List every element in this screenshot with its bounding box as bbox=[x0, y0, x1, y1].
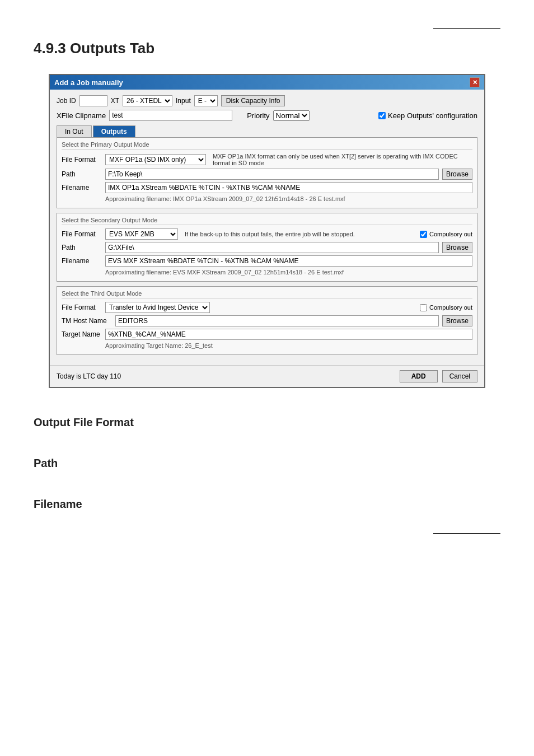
footer-page-line bbox=[34, 533, 500, 534]
secondary-path-label: Path bbox=[62, 244, 102, 251]
priority-label: Priority bbox=[247, 111, 269, 120]
header-line bbox=[433, 28, 500, 29]
secondary-format-info: If the back-up to this output fails, the… bbox=[185, 231, 416, 237]
dialog-window: Add a Job manually ✕ Job ID XT 26 - XTED… bbox=[49, 74, 485, 388]
third-target-name-label: Target Name bbox=[62, 330, 102, 338]
third-output-section: Select the Third Output Mode File Format… bbox=[57, 286, 477, 355]
primary-output-section: Select the Primary Output Mode File Form… bbox=[57, 137, 477, 208]
primary-file-format-label: File Format bbox=[62, 156, 102, 164]
secondary-file-format-label: File Format bbox=[62, 230, 102, 238]
page: 4.9.3 Outputs Tab Add a Job manually ✕ J… bbox=[0, 0, 534, 556]
path-heading: Path bbox=[34, 457, 500, 470]
top-row: Job ID XT 26 - XTEDL Input E - Disk Capa… bbox=[57, 95, 477, 106]
dialog-footer: Today is LTC day 110 ADD Cancel bbox=[50, 365, 484, 387]
add-button[interactable]: ADD bbox=[400, 370, 438, 382]
tab-in-out[interactable]: In Out bbox=[57, 125, 92, 137]
third-tm-host-label: TM Host Name bbox=[62, 317, 112, 325]
third-browse-button[interactable]: Browse bbox=[442, 315, 472, 326]
third-file-format-select[interactable]: Transfer to Avid Ingest Device bbox=[105, 302, 210, 313]
disk-capacity-button[interactable]: Disk Capacity Info bbox=[221, 95, 285, 106]
page-header bbox=[34, 22, 500, 29]
secondary-path-row: Path Browse bbox=[62, 242, 472, 253]
footer-line bbox=[433, 533, 500, 534]
third-approx-row: Approximating Target Name: 26_E_test bbox=[105, 342, 472, 349]
third-approx-text: Approximating Target Name: 26_E_test bbox=[105, 342, 213, 349]
primary-file-format-row: File Format MXF OP1a (SD IMX only) MXF O… bbox=[62, 153, 472, 166]
third-file-format-label: File Format bbox=[62, 304, 102, 311]
third-compulsory-area: Compulsory out bbox=[420, 304, 472, 311]
input-select[interactable]: E - bbox=[194, 95, 218, 106]
secondary-output-section: Select the Secondary Output Mode File Fo… bbox=[57, 213, 477, 282]
secondary-filename-label: Filename bbox=[62, 257, 102, 265]
secondary-approx-text: Approximating filename: EVS MXF XStream … bbox=[105, 269, 344, 276]
today-label: Today is LTC day 110 bbox=[57, 372, 395, 380]
secondary-filename-row: Filename bbox=[62, 255, 472, 267]
job-id-label: Job ID bbox=[57, 97, 76, 105]
filename-heading: Filename bbox=[34, 498, 500, 511]
secondary-filename-input[interactable] bbox=[105, 255, 472, 267]
keep-checkbox-area: Keep Outputs' configuration bbox=[378, 111, 477, 120]
third-tm-host-input[interactable] bbox=[115, 315, 439, 326]
secondary-compulsory-area: Compulsory out bbox=[420, 231, 472, 238]
dialog-body: Job ID XT 26 - XTEDL Input E - Disk Capa… bbox=[50, 90, 484, 365]
third-tm-host-row: TM Host Name Browse bbox=[62, 315, 472, 326]
dialog-title: Add a Job manually bbox=[54, 78, 123, 87]
primary-approx-text: Approximating filename: IMX OP1a XStream… bbox=[105, 195, 345, 202]
xfile-clipname-input[interactable] bbox=[109, 110, 232, 121]
job-id-input[interactable] bbox=[79, 95, 107, 106]
section-title: 4.9.3 Outputs Tab bbox=[34, 40, 500, 57]
tabs-row: In Out Outputs bbox=[57, 125, 477, 137]
third-target-name-row: Target Name bbox=[62, 329, 472, 340]
secondary-file-format-select[interactable]: EVS MXF 2MB bbox=[105, 228, 178, 240]
secondary-compulsory-checkbox[interactable] bbox=[420, 231, 427, 238]
primary-path-label: Path bbox=[62, 170, 102, 178]
third-compulsory-checkbox[interactable] bbox=[420, 304, 427, 311]
primary-filename-label: Filename bbox=[62, 184, 102, 192]
primary-format-info: MXF OP1a IMX format can only be used whe… bbox=[213, 153, 472, 166]
xt-label: XT bbox=[111, 97, 119, 105]
primary-filename-row: Filename bbox=[62, 182, 472, 193]
xt-select[interactable]: 26 - XTEDL bbox=[123, 95, 172, 106]
tab-outputs[interactable]: Outputs bbox=[93, 125, 135, 137]
secondary-section-title: Select the Secondary Output Mode bbox=[62, 217, 472, 225]
dialog-titlebar: Add a Job manually ✕ bbox=[50, 75, 484, 90]
cancel-button[interactable]: Cancel bbox=[442, 370, 477, 382]
primary-filename-input[interactable] bbox=[105, 182, 472, 193]
third-section-title: Select the Third Output Mode bbox=[62, 290, 472, 298]
third-target-name-input[interactable] bbox=[105, 329, 472, 340]
secondary-compulsory-label: Compulsory out bbox=[429, 231, 472, 237]
primary-browse-button[interactable]: Browse bbox=[442, 169, 472, 180]
output-file-format-heading: Output File Format bbox=[34, 416, 500, 429]
third-compulsory-label: Compulsory out bbox=[429, 304, 472, 311]
primary-path-input[interactable] bbox=[105, 169, 439, 180]
keep-outputs-checkbox[interactable] bbox=[378, 112, 386, 119]
third-file-format-row: File Format Transfer to Avid Ingest Devi… bbox=[62, 302, 472, 313]
primary-path-row: Path Browse bbox=[62, 169, 472, 180]
secondary-browse-button[interactable]: Browse bbox=[442, 242, 472, 253]
primary-file-format-select[interactable]: MXF OP1a (SD IMX only) bbox=[105, 154, 206, 165]
second-row: XFile Clipname Priority Normal Keep Outp… bbox=[57, 110, 477, 121]
dialog-close-button[interactable]: ✕ bbox=[470, 77, 480, 87]
primary-section-title: Select the Primary Output Mode bbox=[62, 141, 472, 150]
secondary-approx-row: Approximating filename: EVS MXF XStream … bbox=[105, 269, 472, 276]
secondary-file-format-row: File Format EVS MXF 2MB If the back-up t… bbox=[62, 228, 472, 240]
priority-select[interactable]: Normal bbox=[273, 110, 310, 121]
xfile-clipname-label: XFile Clipname bbox=[57, 111, 106, 120]
primary-approx-row: Approximating filename: IMX OP1a XStream… bbox=[105, 195, 472, 202]
keep-outputs-label: Keep Outputs' configuration bbox=[388, 111, 477, 120]
input-label: Input bbox=[176, 97, 191, 105]
secondary-path-input[interactable] bbox=[105, 242, 439, 253]
